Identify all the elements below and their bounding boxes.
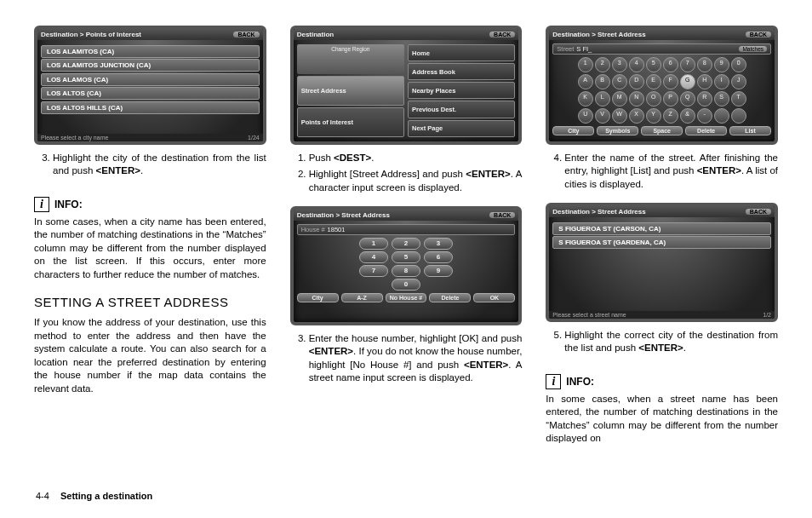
column-3: Destination > Street Address BACK Street… <box>546 26 778 446</box>
menu-poi[interactable]: Points of Interest <box>297 107 404 137</box>
page-counter: 1/2 <box>763 312 771 318</box>
key-4[interactable]: 4 <box>629 57 644 72</box>
back-button[interactable]: BACK <box>489 212 515 218</box>
delete-button[interactable]: Delete <box>685 126 727 135</box>
step-list: Highlight the correct city of the destin… <box>546 329 778 359</box>
step-list: Enter the house number, highlight [OK] a… <box>290 332 523 388</box>
menu-street-address[interactable]: Street Address <box>297 76 404 106</box>
key-T[interactable]: T <box>731 91 746 106</box>
menu-nearby[interactable]: Nearby Places <box>408 82 515 99</box>
key-4[interactable]: 4 <box>359 251 388 263</box>
key-R[interactable]: R <box>697 91 712 106</box>
info-heading: i INFO: <box>34 197 266 212</box>
key-8[interactable]: 8 <box>697 57 712 72</box>
matches-badge: Matches <box>739 46 767 52</box>
back-button[interactable]: BACK <box>233 32 259 37</box>
info-label: INFO: <box>54 199 83 210</box>
key-U[interactable]: U <box>578 108 593 124</box>
key-K[interactable]: K <box>578 91 593 106</box>
key-9[interactable]: 9 <box>424 265 453 277</box>
menu-prev-dest[interactable]: Previous Dest. <box>408 101 515 118</box>
key-9[interactable]: 9 <box>714 57 729 72</box>
back-button[interactable]: BACK <box>746 32 771 37</box>
numpad: 123 456 789 0 <box>297 238 516 291</box>
no-house-button[interactable]: No House # <box>386 293 427 302</box>
list-item[interactable]: LOS ALAMITOS JUNCTION (CA) <box>41 59 260 72</box>
list-button[interactable]: List <box>729 126 771 135</box>
key-&[interactable]: & <box>680 108 695 124</box>
back-button[interactable]: BACK <box>489 32 515 37</box>
key-I[interactable]: I <box>714 74 729 89</box>
key-3[interactable]: 3 <box>612 57 627 72</box>
az-button[interactable]: A-Z <box>341 293 383 302</box>
delete-button[interactable]: Delete <box>429 293 471 302</box>
key-2[interactable]: 2 <box>392 238 420 250</box>
list-item[interactable]: LOS ALTOS (CA) <box>41 87 260 100</box>
key-W[interactable]: W <box>612 108 627 124</box>
key-6[interactable]: 6 <box>424 251 453 263</box>
step-5: Highlight the correct city of the destin… <box>564 329 778 355</box>
key-C[interactable]: C <box>612 74 627 89</box>
key-E[interactable]: E <box>646 74 661 89</box>
key-X[interactable]: X <box>629 108 644 124</box>
breadcrumb: Destination > Points of Interest <box>41 31 233 38</box>
breadcrumb: Destination > Street Address <box>552 208 745 216</box>
key-Y[interactable]: Y <box>646 108 661 124</box>
menu-home[interactable]: Home <box>408 44 515 61</box>
key-G[interactable]: G <box>680 74 695 89</box>
key-1[interactable]: 1 <box>578 57 593 72</box>
key-M[interactable]: M <box>612 91 627 106</box>
list-item[interactable]: LOS ALAMITOS (CA) <box>41 45 260 58</box>
key-L[interactable]: L <box>595 91 610 106</box>
key-D[interactable]: D <box>629 74 644 89</box>
key-S[interactable]: S <box>714 91 729 106</box>
key-Z[interactable]: Z <box>663 108 678 124</box>
key-Q[interactable]: Q <box>680 91 695 106</box>
key-0[interactable]: 0 <box>731 57 746 72</box>
key-B[interactable]: B <box>595 74 610 89</box>
key-A[interactable]: A <box>578 74 593 89</box>
menu-next-page[interactable]: Next Page <box>408 120 515 137</box>
key-6[interactable]: 6 <box>663 57 678 72</box>
key-2[interactable]: 2 <box>595 57 610 72</box>
key-F[interactable]: F <box>663 74 678 89</box>
space-button[interactable]: Space <box>641 126 683 135</box>
ok-button[interactable]: OK <box>473 293 515 302</box>
step-3: Enter the house number, highlight [OK] a… <box>309 332 523 385</box>
list-item[interactable]: S FIGUEROA ST (CARSON, CA) <box>552 222 771 235</box>
key-7[interactable]: 7 <box>359 265 388 277</box>
column-1: Destination > Points of Interest BACK LO… <box>34 26 266 446</box>
page-number: 4-4 <box>36 491 49 501</box>
key-3[interactable]: 3 <box>424 238 453 250</box>
back-button[interactable]: BACK <box>746 209 771 215</box>
menu-address-book[interactable]: Address Book <box>408 63 515 80</box>
key-P[interactable]: P <box>663 91 678 106</box>
key-5[interactable]: 5 <box>646 57 661 72</box>
info-heading: i INFO: <box>546 374 778 389</box>
key-1[interactable]: 1 <box>359 238 388 250</box>
symbols-button[interactable]: Symbols <box>597 126 638 135</box>
key-8[interactable]: 8 <box>392 265 420 277</box>
list-item[interactable]: LOS ALTOS HILLS (CA) <box>41 101 260 114</box>
key-O[interactable]: O <box>646 91 661 106</box>
key-H[interactable]: H <box>697 74 712 89</box>
key-N[interactable]: N <box>629 91 644 106</box>
key-V[interactable]: V <box>595 108 610 124</box>
street-field[interactable]: Street S FI_ Matches <box>552 43 771 55</box>
change-region[interactable]: Change Region <box>297 44 404 74</box>
city-button[interactable]: City <box>552 126 594 135</box>
list-item[interactable]: S FIGUEROA ST (GARDENA, CA) <box>552 236 771 249</box>
section-body: If you know the address of your destinat… <box>34 316 266 395</box>
key-5[interactable]: 5 <box>392 251 420 263</box>
screenshot-city-list: Destination > Points of Interest BACK LO… <box>34 26 266 145</box>
key-blank <box>714 108 729 124</box>
key-J[interactable]: J <box>731 74 746 89</box>
key--[interactable]: - <box>697 108 712 124</box>
key-0[interactable]: 0 <box>392 279 420 291</box>
key-7[interactable]: 7 <box>680 57 695 72</box>
step-1: Push <DEST>. <box>309 152 523 165</box>
house-number-field[interactable]: House # 18501 <box>297 224 516 235</box>
list-item[interactable]: LOS ALAMOS (CA) <box>41 73 260 86</box>
city-button[interactable]: City <box>297 293 339 302</box>
breadcrumb: Destination <box>297 31 489 38</box>
